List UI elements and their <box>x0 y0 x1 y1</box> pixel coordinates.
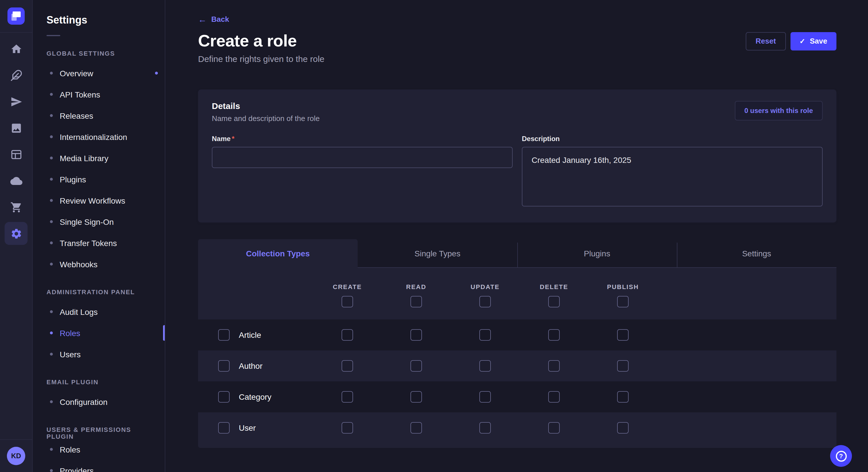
checkbox-user-create[interactable] <box>342 422 353 434</box>
page-title: Create a role <box>198 32 297 50</box>
sidebar-item-roles-admin[interactable]: Roles <box>46 322 151 343</box>
checkbox-article-read[interactable] <box>410 329 422 341</box>
sidebar-item-label: Media Library <box>60 154 108 163</box>
user-avatar[interactable]: KD <box>7 447 25 465</box>
checkbox-category-publish[interactable] <box>617 391 629 403</box>
checkbox-author-all[interactable] <box>218 360 229 372</box>
sidebar-item-releases[interactable]: Releases <box>46 105 151 126</box>
column-header-read: READ <box>406 283 426 290</box>
workspace-logo-button[interactable] <box>0 0 32 33</box>
checkbox-all-publish[interactable] <box>617 296 629 307</box>
checkbox-author-publish[interactable] <box>617 360 629 372</box>
checkbox-author-create[interactable] <box>342 360 353 372</box>
sidebar-item-label: Configuration <box>60 397 107 406</box>
settings-icon[interactable] <box>5 222 28 245</box>
checkbox-category-delete[interactable] <box>548 391 560 403</box>
settings-subnav: Settings GLOBAL SETTINGS Overview API To… <box>33 0 165 472</box>
sidebar-item-internationalization[interactable]: Internationalization <box>46 126 151 147</box>
checkbox-category-update[interactable] <box>479 391 491 403</box>
checkbox-article-publish[interactable] <box>617 329 629 341</box>
checkbox-author-update[interactable] <box>479 360 491 372</box>
tab-settings[interactable]: Settings <box>677 239 836 268</box>
checkbox-all-read[interactable] <box>410 296 422 307</box>
checkbox-all-create[interactable] <box>342 296 353 307</box>
name-input[interactable] <box>212 147 513 168</box>
bullet-icon <box>50 263 53 266</box>
tab-plugins[interactable]: Plugins <box>517 239 677 268</box>
checkbox-article-delete[interactable] <box>548 329 560 341</box>
bullet-icon <box>50 241 53 244</box>
column-header-create: CREATE <box>333 283 362 290</box>
sidebar-item-label: Single Sign-On <box>60 217 114 226</box>
sidebar-item-transfer-tokens[interactable]: Transfer Tokens <box>46 232 151 254</box>
home-icon[interactable] <box>5 37 28 60</box>
marketplace-cart-icon[interactable] <box>5 196 28 218</box>
feather-icon[interactable] <box>5 64 28 87</box>
name-field-group: Name* <box>212 133 513 209</box>
checkbox-category-create[interactable] <box>342 391 353 403</box>
sidebar-item-roles-up[interactable]: Roles <box>46 439 151 460</box>
sidebar-item-plugins[interactable]: Plugins <box>46 169 151 190</box>
checkbox-article-create[interactable] <box>342 329 353 341</box>
checkbox-article-all[interactable] <box>218 329 229 341</box>
table-row-category: Category <box>198 381 836 412</box>
sidebar-item-media-library[interactable]: Media Library <box>46 147 151 169</box>
check-icon: ✓ <box>799 38 805 44</box>
details-card: Details Name and description of the role… <box>198 90 836 223</box>
sidebar-item-audit-logs[interactable]: Audit Logs <box>46 301 151 322</box>
bullet-icon <box>50 72 53 74</box>
checkbox-author-read[interactable] <box>410 360 422 372</box>
rail-footer: KD <box>0 439 32 472</box>
description-field-group: Description Created January 16th, 2025 <box>522 133 823 209</box>
tab-single-types[interactable]: Single Types <box>358 239 517 268</box>
bullet-icon <box>50 353 53 356</box>
sidebar-item-providers[interactable]: Providers <box>46 460 151 472</box>
back-label: Back <box>211 15 229 24</box>
bullet-icon <box>50 135 53 138</box>
tab-collection-types[interactable]: Collection Types <box>198 239 358 268</box>
sidebar-item-label: Users <box>60 349 81 359</box>
description-label: Description <box>522 135 560 143</box>
permissions-panel: CREATE READ UPDATE DELETE PUBLISH Articl… <box>198 268 836 448</box>
bullet-icon <box>50 114 53 117</box>
media-library-icon[interactable] <box>5 116 28 139</box>
description-textarea[interactable]: Created January 16th, 2025 <box>522 147 823 206</box>
send-icon[interactable] <box>5 90 28 113</box>
sidebar-item-configuration[interactable]: Configuration <box>46 391 151 412</box>
checkbox-user-publish[interactable] <box>617 422 629 434</box>
bullet-icon <box>50 199 53 202</box>
checkbox-category-read[interactable] <box>410 391 422 403</box>
sidebar-item-label: Internationalization <box>60 132 127 141</box>
table-row-article: Article <box>198 319 836 350</box>
users-with-role-button[interactable]: 0 users with this role <box>735 101 823 121</box>
help-button[interactable]: ? <box>830 445 852 467</box>
checkbox-user-read[interactable] <box>410 422 422 434</box>
name-label: Name* <box>212 135 235 143</box>
checkbox-user-delete[interactable] <box>548 422 560 434</box>
sidebar-item-overview[interactable]: Overview <box>46 63 151 84</box>
checkbox-user-all[interactable] <box>218 422 229 434</box>
sidebar-item-label: Transfer Tokens <box>60 238 117 247</box>
sidebar-item-label: Audit Logs <box>60 307 98 316</box>
back-arrow-icon: ← <box>198 15 207 24</box>
checkbox-category-all[interactable] <box>218 391 229 403</box>
save-label: Save <box>810 37 827 45</box>
sidebar-item-users[interactable]: Users <box>46 343 151 365</box>
cloud-icon[interactable] <box>5 169 28 192</box>
sidebar-item-review-workflows[interactable]: Review Workflows <box>46 190 151 211</box>
checkbox-author-delete[interactable] <box>548 360 560 372</box>
sidebar-item-single-sign-on[interactable]: Single Sign-On <box>46 211 151 232</box>
sidebar-item-webhooks[interactable]: Webhooks <box>46 254 151 275</box>
sidebar-item-api-tokens[interactable]: API Tokens <box>46 84 151 105</box>
nav-section-users-permissions-plugin: USERS & PERMISSIONS PLUGIN Roles Provide… <box>46 426 151 472</box>
checkbox-all-delete[interactable] <box>548 296 560 307</box>
checkbox-all-update[interactable] <box>479 296 491 307</box>
reset-button[interactable]: Reset <box>746 32 786 50</box>
layout-icon[interactable] <box>5 143 28 166</box>
checkbox-article-update[interactable] <box>479 329 491 341</box>
column-header-publish: PUBLISH <box>607 283 639 290</box>
back-link[interactable]: ← Back <box>198 15 229 24</box>
save-button[interactable]: ✓ Save <box>790 32 836 50</box>
bullet-icon <box>50 157 53 160</box>
checkbox-user-update[interactable] <box>479 422 491 434</box>
